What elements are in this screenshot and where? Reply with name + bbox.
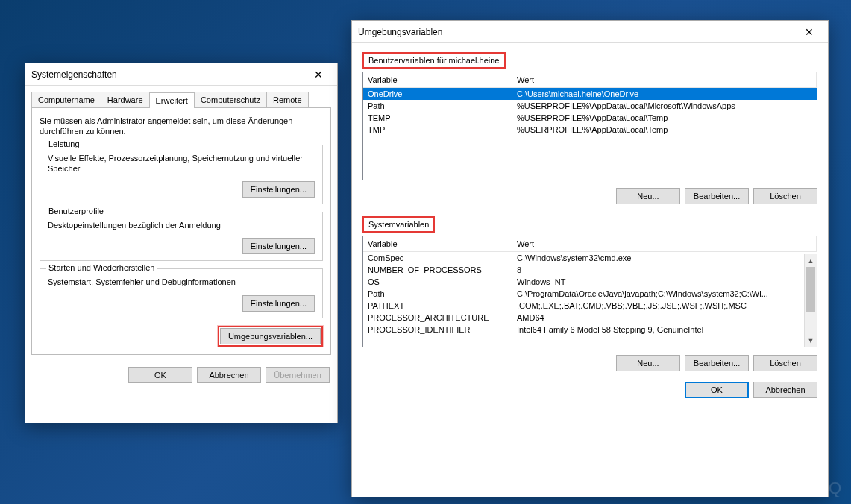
close-icon[interactable]: ✕ — [797, 23, 822, 41]
table-row[interactable]: PATHEXT.COM;.EXE;.BAT;.CMD;.VBS;.VBE;.JS… — [363, 300, 804, 312]
col-variable[interactable]: Variable — [363, 72, 512, 87]
cancel-button[interactable]: Abbrechen — [753, 382, 817, 398]
sys-vars-label: Systemvariablen — [365, 218, 432, 230]
list-header: Variable Wert — [363, 72, 817, 88]
var-name: NUMBER_OF_PROCESSORS — [363, 264, 512, 276]
tab-erweitert[interactable]: Erweitert — [149, 92, 195, 108]
user-delete-button[interactable]: Löschen — [753, 188, 817, 204]
tab-panel-erweitert: Sie müssen als Administrator angemeldet … — [31, 107, 331, 355]
startup-settings-button[interactable]: Einstellungen... — [242, 295, 315, 312]
list-header: Variable Wert — [363, 236, 817, 252]
var-value: %USERPROFILE%\AppData\Local\Temp — [512, 112, 817, 124]
env-body: Benutzervariablen für michael.heine Vari… — [352, 43, 828, 407]
tab-computerschutz[interactable]: Computerschutz — [194, 92, 267, 107]
apply-button[interactable]: Übernehmen — [266, 367, 330, 383]
group-performance: Leistung Visuelle Effekte, Prozessorzeit… — [40, 145, 323, 205]
userprofiles-desc: Desktopeinstellungen bezüglich der Anmel… — [48, 220, 315, 230]
var-name: PROCESSOR_ARCHITECTURE — [363, 312, 512, 324]
table-row[interactable]: Path%USERPROFILE%\AppData\Local\Microsof… — [363, 100, 817, 112]
dialog-buttons: OK Abbrechen — [362, 382, 817, 398]
env-vars-window: Umgebungsvariablen ✕ Benutzervariablen f… — [351, 20, 829, 497]
watermark: Windows-FAQ — [729, 479, 842, 498]
tab-hardware[interactable]: Hardware — [101, 92, 150, 107]
scrollbar[interactable]: ▲ ▼ — [804, 254, 817, 347]
user-new-button[interactable]: Neu... — [616, 188, 680, 204]
var-value: Intel64 Family 6 Model 58 Stepping 9, Ge… — [512, 324, 804, 336]
var-name: Path — [363, 288, 512, 300]
sys-edit-button[interactable]: Bearbeiten... — [685, 355, 749, 371]
system-properties-window: Systemeigenschaften ✕ Computername Hardw… — [25, 63, 338, 423]
sys-new-button[interactable]: Neu... — [616, 355, 680, 371]
cancel-button[interactable]: Abbrechen — [197, 367, 261, 383]
performance-settings-button[interactable]: Einstellungen... — [242, 181, 315, 198]
titlebar[interactable]: Umgebungsvariablen ✕ — [352, 21, 828, 43]
scroll-down-icon[interactable]: ▼ — [805, 334, 817, 347]
group-startup: Starten und Wiederherstellen Systemstart… — [40, 268, 323, 318]
var-name: OneDrive — [363, 88, 512, 100]
window-title: Umgebungsvariablen — [358, 27, 797, 37]
col-variable[interactable]: Variable — [363, 236, 512, 251]
var-value: %USERPROFILE%\AppData\Local\Microsoft\Wi… — [512, 100, 817, 112]
ok-button[interactable]: OK — [128, 367, 192, 383]
highlight-sys-section: Systemvariablen — [362, 216, 435, 233]
var-value: C:\ProgramData\Oracle\Java\javapath;C:\W… — [512, 288, 804, 300]
titlebar[interactable]: Systemeigenschaften ✕ — [25, 63, 337, 86]
user-edit-button[interactable]: Bearbeiten... — [685, 188, 749, 204]
group-userprofiles-legend: Benutzerprofile — [46, 207, 106, 215]
var-value: 8 — [512, 264, 804, 276]
col-value[interactable]: Wert — [512, 72, 817, 87]
var-name: TEMP — [363, 112, 512, 124]
group-userprofiles: Benutzerprofile Desktopeinstellungen bez… — [40, 212, 323, 261]
var-name: Path — [363, 100, 512, 112]
performance-desc: Visuelle Effekte, Prozessorzeitplanung, … — [48, 153, 315, 174]
var-value: C:\Windows\system32\cmd.exe — [512, 252, 804, 264]
table-row[interactable]: OSWindows_NT — [363, 276, 804, 288]
close-icon[interactable]: ✕ — [306, 66, 331, 84]
table-row[interactable]: TMP%USERPROFILE%\AppData\Local\Temp — [363, 124, 817, 136]
highlight-user-section: Benutzervariablen für michael.heine — [362, 52, 506, 69]
ok-button[interactable]: OK — [685, 382, 749, 398]
admin-note: Sie müssen als Administrator angemeldet … — [40, 116, 323, 137]
var-name: ComSpec — [363, 252, 512, 264]
table-row[interactable]: PROCESSOR_IDENTIFIERIntel64 Family 6 Mod… — [363, 324, 804, 336]
var-value: AMD64 — [512, 312, 804, 324]
scroll-up-icon[interactable]: ▲ — [805, 254, 817, 267]
user-vars-list[interactable]: Variable Wert OneDriveC:\Users\michael.h… — [362, 72, 817, 180]
var-value: Windows_NT — [512, 276, 804, 288]
user-vars-buttons: Neu... Bearbeiten... Löschen — [362, 188, 817, 204]
tab-remote[interactable]: Remote — [266, 92, 309, 107]
table-row[interactable]: TEMP%USERPROFILE%\AppData\Local\Temp — [363, 112, 817, 124]
var-value: %USERPROFILE%\AppData\Local\Temp — [512, 124, 817, 136]
var-name: PATHEXT — [363, 300, 512, 312]
table-row[interactable]: PathC:\ProgramData\Oracle\Java\javapath;… — [363, 288, 804, 300]
tab-strip: Computername Hardware Erweitert Computer… — [31, 92, 331, 107]
scroll-thumb[interactable] — [806, 267, 815, 312]
var-name: TMP — [363, 124, 512, 136]
sys-vars-list[interactable]: Variable Wert ComSpecC:\Windows\system32… — [362, 236, 817, 347]
table-row[interactable]: NUMBER_OF_PROCESSORS8 — [363, 264, 804, 276]
var-name: PROCESSOR_IDENTIFIER — [363, 324, 512, 336]
sys-delete-button[interactable]: Löschen — [753, 355, 817, 371]
table-row[interactable]: ComSpecC:\Windows\system32\cmd.exe — [363, 252, 804, 264]
window-title: Systemeigenschaften — [31, 69, 306, 80]
user-vars-label: Benutzervariablen für michael.heine — [365, 54, 503, 66]
group-performance-legend: Leistung — [46, 139, 82, 148]
col-value[interactable]: Wert — [512, 236, 817, 251]
dialog-buttons: OK Abbrechen Übernehmen — [25, 361, 337, 391]
userprofiles-settings-button[interactable]: Einstellungen... — [242, 238, 315, 254]
var-value: .COM;.EXE;.BAT;.CMD;.VBS;.VBE;.JS;.JSE;.… — [512, 300, 804, 312]
sys-vars-buttons: Neu... Bearbeiten... Löschen — [362, 355, 817, 371]
var-name: OS — [363, 276, 512, 288]
table-row[interactable]: OneDriveC:\Users\michael.heine\OneDrive — [363, 88, 817, 100]
group-startup-legend: Starten und Wiederherstellen — [46, 263, 157, 272]
startup-desc: Systemstart, Systemfehler und Debuginfor… — [48, 277, 315, 287]
tab-computername[interactable]: Computername — [31, 92, 101, 107]
var-value: C:\Users\michael.heine\OneDrive — [512, 88, 817, 100]
table-row[interactable]: PROCESSOR_ARCHITECTUREAMD64 — [363, 312, 804, 324]
env-vars-button[interactable]: Umgebungsvariablen... — [220, 328, 321, 344]
highlight-envvars: Umgebungsvariablen... — [218, 326, 323, 347]
